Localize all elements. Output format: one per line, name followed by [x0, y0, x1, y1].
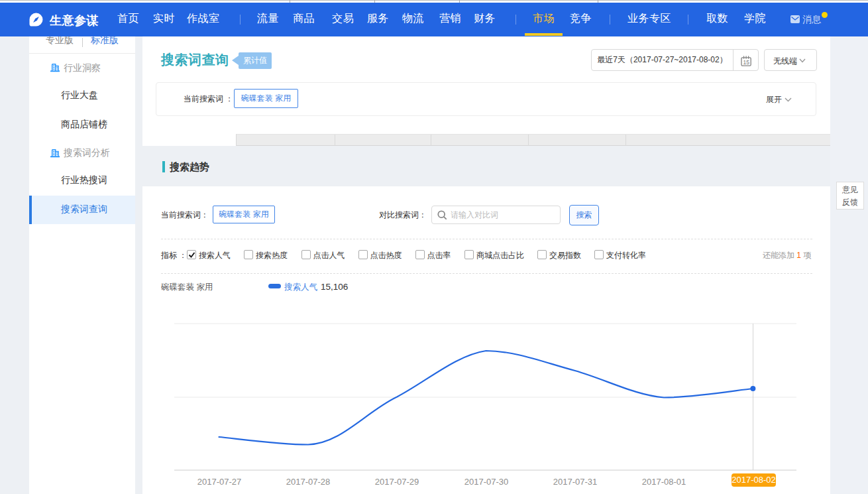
svg-text:15: 15: [743, 59, 749, 66]
